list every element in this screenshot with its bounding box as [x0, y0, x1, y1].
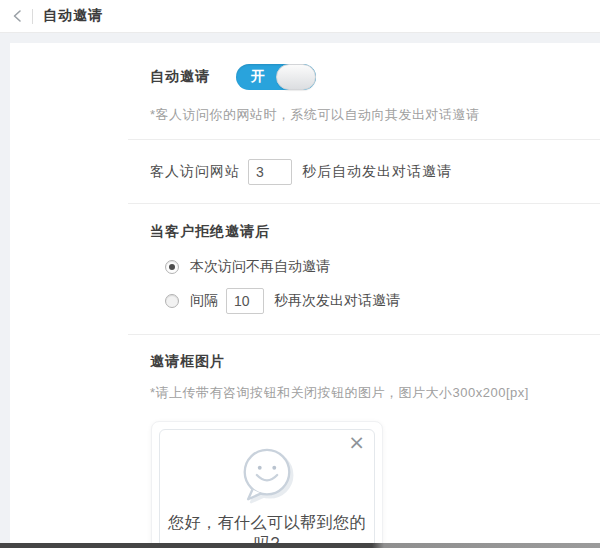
interval-seconds-input[interactable] [226, 288, 264, 314]
close-icon[interactable]: × [348, 432, 365, 452]
reject-section-title: 当客户拒绝邀请后 [150, 223, 600, 241]
invite-image-preview: × 您好，有什么可以帮到您的吗? 立即咨询 [151, 421, 383, 548]
auto-invite-toggle[interactable]: 开 [236, 64, 316, 90]
back-button[interactable] [8, 6, 28, 26]
toggle-knob[interactable] [276, 64, 316, 90]
settings-panel: 自动邀请 开 *客人访问你的网站时，系统可以自动向其发出对话邀请 客人访问网站 … [10, 43, 600, 548]
auto-invite-label: 自动邀请 [150, 68, 210, 86]
chevron-left-icon [10, 8, 26, 24]
section-reject-options: 当客户拒绝邀请后 本次访问不再自动邀请 间隔 秒再次发出对话邀请 [128, 203, 600, 334]
page-title: 自动邀请 [43, 7, 103, 25]
option-interval-label-after: 秒再次发出对话邀请 [274, 292, 400, 310]
invite-image-helper: *请上传带有咨询按钮和关闭按钮的图片，图片大小300x200[px] [150, 384, 600, 402]
invite-popup-card: × 您好，有什么可以帮到您的吗? 立即咨询 [159, 429, 375, 548]
visit-delay-label-before: 客人访问网站 [150, 163, 240, 181]
section-visit-delay: 客人访问网站 秒后自动发出对话邀请 [128, 139, 600, 203]
visit-delay-label-after: 秒后自动发出对话邀请 [302, 163, 452, 181]
radio-no-reinvite[interactable] [165, 260, 179, 274]
header-bar: 自动邀请 [0, 0, 600, 33]
toggle-on-label: 开 [236, 64, 280, 90]
section-invite-image: 邀请框图片 *请上传带有咨询按钮和关闭按钮的图片，图片大小300x200[px]… [128, 334, 600, 548]
smiley-container [160, 444, 374, 506]
radio-interval[interactable] [165, 294, 179, 308]
section-auto-invite: 自动邀请 开 *客人访问你的网站时，系统可以自动向其发出对话邀请 [128, 43, 600, 139]
invite-image-title: 邀请框图片 [150, 353, 600, 371]
option-no-reinvite-row[interactable]: 本次访问不再自动邀请 [165, 258, 600, 276]
option-interval-label-before: 间隔 [190, 292, 218, 310]
option-interval-row[interactable]: 间隔 秒再次发出对话邀请 [165, 288, 600, 314]
option-no-reinvite-label: 本次访问不再自动邀请 [190, 258, 330, 276]
auto-invite-helper: *客人访问你的网站时，系统可以自动向其发出对话邀请 [150, 106, 600, 124]
header-divider [32, 9, 33, 24]
window-bottom-edge [0, 543, 600, 548]
chat-smiley-icon [236, 444, 298, 506]
visit-delay-input[interactable] [248, 159, 292, 185]
